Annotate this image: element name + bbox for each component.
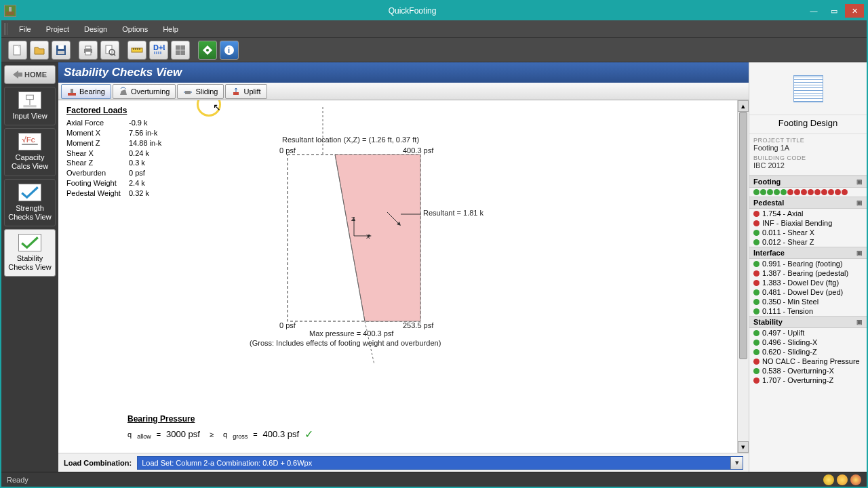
collapse-icon[interactable]: ▣ bbox=[856, 178, 863, 185]
print-button[interactable] bbox=[79, 41, 98, 60]
result-item[interactable]: 0.012 - Shear Z bbox=[749, 237, 867, 247]
result-item[interactable]: NO CALC - Bearing Pressure bbox=[749, 357, 867, 366]
load-label: Shear Z bbox=[66, 158, 129, 168]
smiley-icon[interactable] bbox=[837, 474, 848, 485]
result-item[interactable]: 0.991 - Bearing (footing) bbox=[749, 259, 867, 268]
load-combination-bar: Load Combination: Load Set: Column 2-a C… bbox=[58, 453, 749, 472]
result-item[interactable]: 1.754 - Axial bbox=[749, 209, 867, 218]
collapse-icon[interactable]: ▣ bbox=[856, 249, 863, 256]
maximize-button[interactable]: ▭ bbox=[825, 4, 844, 18]
tab-bearing[interactable]: Bearing bbox=[61, 84, 111, 99]
collapse-icon[interactable]: ▣ bbox=[856, 319, 863, 325]
result-item[interactable]: 0.496 - Sliding-X bbox=[749, 338, 867, 347]
section-pedestal-header[interactable]: Pedestal▣ bbox=[749, 197, 867, 209]
result-text: INF - Biaxial Bending bbox=[762, 219, 832, 227]
result-text: NO CALC - Bearing Pressure bbox=[762, 357, 860, 365]
result-item[interactable]: 1.707 - Overturning-Z bbox=[749, 375, 867, 385]
menu-design[interactable]: Design bbox=[77, 22, 114, 36]
nav-label: Capacity Calcs View bbox=[6, 153, 54, 171]
dropdown-arrow-icon[interactable]: ▾ bbox=[730, 457, 743, 469]
result-item[interactable]: 0.350 - Min Steel bbox=[749, 297, 867, 306]
svg-rect-4 bbox=[58, 45, 64, 49]
ruler-button[interactable] bbox=[127, 41, 146, 60]
result-text: 0.012 - Shear Z bbox=[762, 238, 814, 246]
status-text: Ready bbox=[7, 476, 28, 484]
tab-sliding[interactable]: Sliding bbox=[177, 84, 224, 99]
corner-tr-label: 400.3 psf bbox=[403, 146, 433, 155]
tab-overturning[interactable]: Overturning bbox=[113, 84, 176, 99]
lightbulb-icon[interactable] bbox=[823, 474, 834, 485]
menu-help[interactable]: Help bbox=[156, 22, 185, 36]
scroll-up-icon[interactable]: ▴ bbox=[738, 100, 749, 112]
result-item[interactable]: INF - Biaxial Bending bbox=[749, 218, 867, 228]
vertical-scrollbar[interactable]: ▴ ▾ bbox=[737, 100, 749, 453]
result-text: 0.497 - Uplift bbox=[762, 329, 804, 337]
print-preview-button[interactable] bbox=[100, 41, 119, 60]
status-dot-icon bbox=[753, 230, 760, 236]
section-stability-header[interactable]: Stability▣ bbox=[749, 316, 867, 328]
result-text: 1.387 - Bearing (pedestal) bbox=[762, 269, 848, 277]
load-combination-select[interactable]: Load Set: Column 2-a Combination: 0.6D +… bbox=[137, 456, 743, 470]
collapse-icon[interactable]: ▣ bbox=[856, 199, 863, 206]
right-panel-title: Footing Design bbox=[749, 115, 867, 134]
nav-strength-checks[interactable]: Strength Checks View bbox=[4, 179, 56, 226]
result-item[interactable]: 1.383 - Dowel Dev (ftg) bbox=[749, 278, 867, 287]
title-bar: QuickFooting — ▭ ✕ bbox=[1, 1, 867, 20]
right-panel: Footing Design PROJECT TITLE Footing 1A … bbox=[749, 62, 867, 472]
result-item[interactable]: 1.387 - Bearing (pedestal) bbox=[749, 268, 867, 278]
scroll-down-icon[interactable]: ▾ bbox=[738, 441, 749, 453]
corner-br-label: 253.5 psf bbox=[403, 321, 433, 329]
status-dot-icon bbox=[814, 189, 821, 195]
nav-stability-checks[interactable]: Stability Checks View bbox=[4, 229, 56, 277]
section-interface-header[interactable]: Interface▣ bbox=[749, 247, 867, 259]
run-button[interactable] bbox=[198, 41, 217, 60]
save-button[interactable] bbox=[52, 41, 71, 60]
minimize-button[interactable]: — bbox=[804, 4, 823, 18]
sad-icon[interactable] bbox=[850, 474, 861, 485]
nav-capacity-calcs[interactable]: √Fc Capacity Calcs View bbox=[4, 128, 56, 176]
load-label: Footing Weight bbox=[66, 178, 129, 188]
nav-input-view[interactable]: Input View bbox=[4, 87, 56, 125]
menu-options[interactable]: Options bbox=[115, 22, 155, 36]
svg-rect-26 bbox=[23, 105, 36, 107]
info-button[interactable]: i bbox=[220, 41, 239, 60]
status-dot-icon bbox=[842, 189, 848, 195]
svg-rect-24 bbox=[26, 96, 34, 100]
bearing-pressure-heading: Bearing Pressure bbox=[127, 414, 313, 424]
factored-loads-panel: Factored Loads Axial Force-0.9 kMoment X… bbox=[58, 100, 214, 453]
result-item[interactable]: 0.481 - Dowel Dev (ped) bbox=[749, 287, 867, 297]
scroll-thumb[interactable] bbox=[739, 112, 747, 359]
result-item[interactable]: 0.011 - Shear X bbox=[749, 228, 867, 237]
result-item[interactable]: 0.497 - Uplift bbox=[749, 328, 867, 338]
result-item[interactable]: 0.111 - Tension bbox=[749, 306, 867, 316]
status-dot-icon bbox=[753, 261, 760, 267]
home-button[interactable]: HOME bbox=[4, 65, 56, 84]
factored-loads-heading: Factored Loads bbox=[66, 106, 206, 115]
new-file-button[interactable] bbox=[8, 41, 27, 60]
q-gross-value: 400.3 psf bbox=[263, 429, 300, 439]
svg-rect-8 bbox=[85, 52, 91, 55]
section-footing-header[interactable]: Footing▣ bbox=[749, 176, 867, 188]
status-dot-icon bbox=[753, 299, 760, 305]
status-dot-icon bbox=[787, 189, 793, 195]
footing-grid-icon bbox=[793, 75, 823, 102]
corner-bl-label: 0 psf bbox=[279, 321, 296, 329]
svg-rect-12 bbox=[132, 48, 142, 52]
status-dot-icon bbox=[808, 189, 814, 195]
max-pressure-label: Max pressure = 400.3 psf bbox=[309, 329, 393, 338]
status-dot-icon bbox=[821, 189, 827, 195]
tab-uplift[interactable]: Uplift bbox=[225, 84, 267, 99]
result-item[interactable]: 0.538 - Overturning-X bbox=[749, 366, 867, 375]
grid-button[interactable] bbox=[171, 41, 190, 60]
result-item[interactable]: 0.620 - Sliding-Z bbox=[749, 347, 867, 357]
sliding-icon bbox=[183, 87, 193, 96]
menu-file[interactable]: File bbox=[12, 22, 38, 36]
nav-label: Strength Checks View bbox=[6, 204, 54, 222]
close-button[interactable]: ✕ bbox=[845, 4, 864, 18]
status-dot-icon bbox=[753, 330, 760, 336]
stability-checks-icon bbox=[18, 234, 41, 251]
menu-project[interactable]: Project bbox=[39, 22, 76, 36]
dl-button[interactable]: D+L bbox=[149, 41, 168, 60]
svg-text:√Fc: √Fc bbox=[22, 135, 35, 144]
open-file-button[interactable] bbox=[30, 41, 49, 60]
